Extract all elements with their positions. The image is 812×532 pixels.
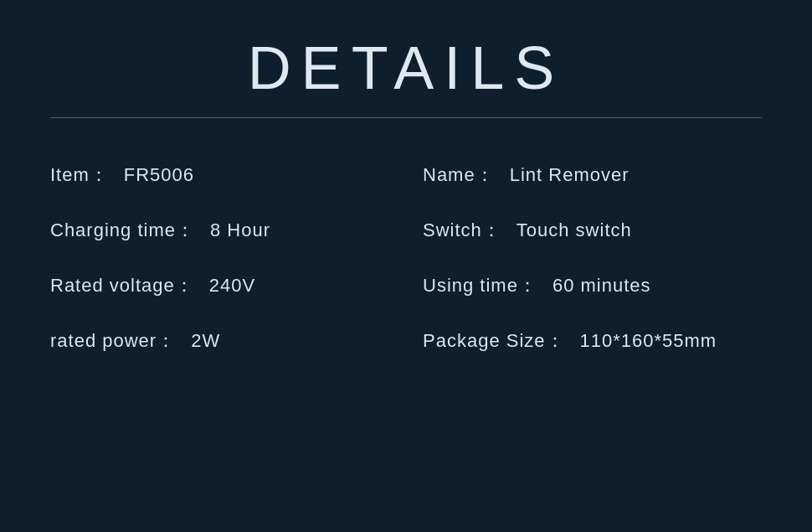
using-time-row: Using time： 60 minutes xyxy=(423,258,762,313)
rated-voltage-row: Rated voltage： 240V xyxy=(50,258,389,313)
item-value: FR5006 xyxy=(124,164,194,186)
charging-time-label: Charging time： xyxy=(50,218,195,243)
name-label: Name： xyxy=(423,163,495,188)
package-size-row: Package Size： 110*160*55mm xyxy=(423,313,762,369)
name-value: Lint Remover xyxy=(510,164,630,186)
page-container: DETAILS Item： FR5006 Charging time： 8 Ho… xyxy=(0,0,812,532)
package-size-value: 110*160*55mm xyxy=(580,330,717,352)
package-size-label: Package Size： xyxy=(423,328,565,354)
switch-label: Switch： xyxy=(423,218,501,243)
rated-power-label: rated power： xyxy=(50,328,176,354)
rated-power-row: rated power： 2W xyxy=(50,313,389,369)
switch-value: Touch switch xyxy=(516,220,632,241)
rated-voltage-label: Rated voltage： xyxy=(50,273,194,298)
name-row: Name： Lint Remover xyxy=(423,147,762,203)
left-column: Item： FR5006 Charging time： 8 Hour Rated… xyxy=(50,147,406,369)
charging-time-value: 8 Hour xyxy=(210,220,270,241)
item-row: Item： FR5006 xyxy=(50,147,389,203)
right-column: Name： Lint Remover Switch： Touch switch … xyxy=(406,147,762,369)
title-section: DETAILS xyxy=(50,34,762,102)
details-grid: Item： FR5006 Charging time： 8 Hour Rated… xyxy=(50,147,762,369)
charging-time-row: Charging time： 8 Hour xyxy=(50,203,389,258)
rated-voltage-value: 240V xyxy=(209,275,255,297)
using-time-label: Using time： xyxy=(423,273,537,298)
using-time-value: 60 minutes xyxy=(552,275,651,297)
item-label: Item： xyxy=(50,163,109,188)
page-title: DETAILS xyxy=(50,34,762,102)
rated-power-value: 2W xyxy=(191,330,220,352)
switch-row: Switch： Touch switch xyxy=(423,203,762,258)
divider xyxy=(50,117,762,118)
